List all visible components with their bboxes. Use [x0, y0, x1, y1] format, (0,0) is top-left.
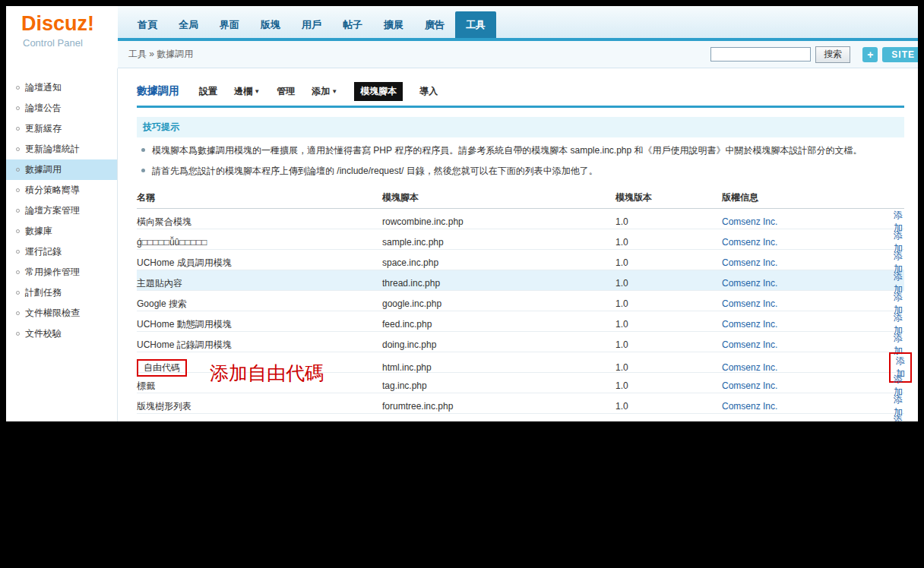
menu-item-2[interactable]: 邊欄 ▼ — [234, 85, 260, 98]
table-row-10: 版塊樹形列表forumtree.inc.php1.0Comsenz Inc.添加 — [137, 393, 904, 414]
script-cell: tag.inc.php — [382, 380, 615, 391]
logo: Discuz! Control Panel — [6, 6, 118, 68]
circle-bullet-icon — [16, 127, 20, 131]
menu-divider — [137, 106, 904, 108]
menu-item-4[interactable]: 添加 ▼ — [312, 85, 337, 98]
nav-tab-2[interactable]: 全局 — [168, 11, 209, 38]
table-row-4: 主題貼內容thread.inc.php1.0Comsenz Inc.添加 — [137, 270, 904, 291]
menu-item-5[interactable]: 模塊腳本 — [354, 82, 403, 101]
script-cell: google.inc.php — [382, 298, 615, 309]
module-name-cell: 自由代碼添加自由代碼 — [137, 359, 382, 377]
menu-item-3[interactable]: 管理 — [277, 85, 295, 98]
bullet-dot-icon — [141, 148, 145, 152]
sidebar-item-9[interactable]: 運行記錄 — [6, 241, 117, 262]
sidebar-item-1[interactable]: 論壇通知 — [6, 77, 117, 98]
circle-bullet-icon — [16, 106, 20, 110]
copyright-link[interactable]: Comsenz Inc. — [722, 278, 889, 289]
sidebar-item-12[interactable]: 文件權限檢查 — [6, 303, 117, 323]
sidebar-item-13[interactable]: 文件校驗 — [6, 323, 117, 344]
nav-tab-6[interactable]: 帖子 — [332, 11, 373, 38]
sidebar-item-4[interactable]: 更新論壇統計 — [6, 139, 117, 159]
copyright-link[interactable]: Comsenz Inc. — [722, 401, 889, 412]
breadcrumb[interactable]: 工具 » 數據調用 — [128, 48, 193, 61]
copyright-link[interactable]: Comsenz Inc. — [722, 237, 889, 248]
site-button[interactable]: SITE — [882, 47, 918, 62]
copyright-link[interactable]: Comsenz Inc. — [722, 216, 889, 227]
nav-tab-4[interactable]: 版塊 — [250, 11, 291, 38]
tip-item: 模塊腳本爲數據調用模塊的一種擴展，適用於懂得書寫 PHP 程序的程序員。請參考系… — [137, 137, 904, 158]
script-cell: doing.inc.php — [382, 339, 615, 350]
sidebar-item-6[interactable]: 積分策略嚮導 — [6, 180, 117, 200]
sidebar-item-label: 論壇公告 — [25, 102, 62, 115]
module-name-cell: UCHome 成員調用模塊 — [137, 257, 382, 270]
version-cell: 1.0 — [615, 401, 722, 412]
module-table: 名稱模塊腳本模塊版本版權信息 橫向聚合模塊rowcombine.inc.php1… — [137, 188, 904, 421]
tip-text: 模塊腳本爲數據調用模塊的一種擴展，適用於懂得書寫 PHP 程序的程序員。請參考系… — [152, 144, 862, 156]
copyright-link[interactable]: Comsenz Inc. — [722, 298, 889, 309]
table-header: 名稱模塊腳本模塊版本版權信息 — [137, 188, 904, 209]
sidebar-item-7[interactable]: 論壇方案管理 — [6, 200, 117, 221]
sidebar-item-label: 論壇通知 — [25, 81, 62, 94]
sidebar-item-label: 計劃任務 — [25, 286, 62, 299]
sidebar-item-11[interactable]: 計劃任務 — [6, 282, 117, 303]
nav-tab-5[interactable]: 用戶 — [291, 11, 332, 38]
sidebar-item-label: 運行記錄 — [25, 245, 62, 258]
dropdown-arrow-icon: ▼ — [330, 88, 337, 95]
sidebar-item-2[interactable]: 論壇公告 — [6, 98, 117, 118]
copyright-link[interactable]: Comsenz Inc. — [722, 362, 889, 373]
sidebar-item-label: 積分策略嚮導 — [25, 184, 80, 197]
menu-item-6[interactable]: 導入 — [419, 85, 438, 98]
red-highlight-box: 自由代碼 — [137, 359, 187, 377]
copyright-link[interactable]: Comsenz Inc. — [722, 380, 889, 391]
sidebar-item-5[interactable]: 數據調用 — [6, 159, 117, 180]
page-menu-items: 設置邊欄 ▼管理添加 ▼模塊腳本導入 — [199, 82, 438, 101]
nav-tab-3[interactable]: 界面 — [209, 11, 250, 38]
sidebar-item-8[interactable]: 數據庫 — [6, 221, 117, 241]
main-content: 數據調用 設置邊欄 ▼管理添加 ▼模塊腳本導入 技巧提示 模塊腳本爲數據調用模塊… — [118, 68, 918, 421]
module-name-cell: 主題貼內容 — [137, 277, 382, 290]
copyright-link[interactable]: Comsenz Inc. — [722, 339, 889, 350]
search-input[interactable] — [710, 47, 811, 62]
plus-button[interactable]: + — [862, 47, 878, 62]
add-link[interactable]: 添加 — [894, 415, 903, 421]
script-cell: space.inc.php — [382, 257, 615, 268]
tips-title: 技巧提示 — [137, 117, 904, 137]
column-header-3: 模塊版本 — [615, 191, 722, 204]
version-cell: 1.0 — [615, 278, 722, 289]
nav-tab-1[interactable]: 首頁 — [127, 11, 168, 38]
circle-bullet-icon — [16, 229, 20, 233]
table-row-5: Google 搜索google.inc.php1.0Comsenz Inc.添加 — [137, 291, 904, 311]
sidebar-item-label: 更新緩存 — [25, 122, 62, 135]
circle-bullet-icon — [16, 250, 20, 254]
sidebar-item-label: 更新論壇統計 — [25, 143, 80, 156]
sidebar-item-label: 數據調用 — [25, 163, 62, 176]
nav-tab-9[interactable]: 工具 — [455, 11, 496, 38]
version-cell: 1.0 — [615, 380, 722, 391]
table-row-7: UCHome 記錄調用模塊doing.inc.php1.0Comsenz Inc… — [137, 332, 904, 352]
nav-tab-7[interactable]: 擴展 — [373, 11, 414, 38]
tip-text: 請首先爲您設計的模塊腳本程序上傳到論壇的 /include/request/ 目… — [152, 165, 598, 177]
table-body: 橫向聚合模塊rowcombine.inc.php1.0Comsenz Inc.添… — [137, 209, 904, 421]
copyright-link[interactable]: Comsenz Inc. — [722, 319, 889, 330]
sidebar-item-10[interactable]: 常用操作管理 — [6, 262, 117, 282]
script-cell: thread.inc.php — [382, 278, 615, 289]
brand-subtitle: Control Panel — [21, 37, 118, 49]
version-cell: 1.0 — [615, 319, 722, 330]
sidebar-item-label: 論壇方案管理 — [25, 204, 80, 217]
circle-bullet-icon — [16, 147, 20, 151]
annotation-text: 添加自由代碼 — [210, 361, 324, 386]
search-button[interactable]: 搜索 — [815, 46, 850, 63]
column-header-2: 模塊腳本 — [382, 191, 615, 204]
script-cell: html.inc.php — [382, 362, 615, 373]
circle-bullet-icon — [16, 270, 20, 274]
sidebar-item-3[interactable]: 更新緩存 — [6, 118, 117, 139]
menu-item-1[interactable]: 設置 — [199, 85, 217, 98]
dropdown-arrow-icon: ▼ — [252, 88, 260, 95]
sidebar-item-label: 常用操作管理 — [25, 266, 80, 279]
copyright-link[interactable]: Comsenz Inc. — [722, 257, 889, 268]
admin-window: Discuz! Control Panel 首頁全局界面版塊用戶帖子擴展廣告工具… — [6, 6, 918, 421]
sidebar-item-label: 數據庫 — [25, 225, 52, 238]
nav-tab-8[interactable]: 廣告 — [414, 11, 455, 38]
circle-bullet-icon — [16, 86, 20, 90]
sidebar-item-label: 文件校驗 — [25, 327, 62, 340]
